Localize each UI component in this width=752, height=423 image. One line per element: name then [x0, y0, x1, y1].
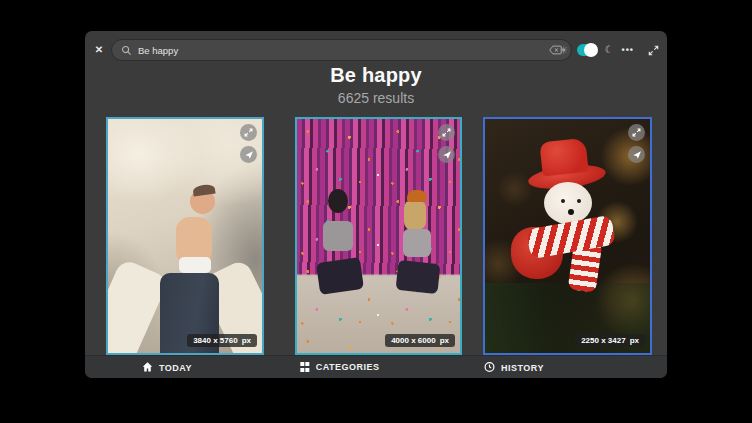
resolution-badge: 4000 x 6000 px [385, 334, 455, 347]
expand-wallpaper-button[interactable] [628, 124, 645, 141]
resolution-badge: 2250 x 3427 px [575, 334, 645, 347]
nav-label: CATEGORIES [316, 362, 380, 372]
topbar-controls: ☀ ☾ ••• [559, 39, 659, 61]
resolution-unit: px [630, 336, 639, 345]
expand-icon [442, 128, 451, 137]
resolution-unit: px [440, 336, 449, 345]
nav-tab-today[interactable]: TODAY [142, 362, 192, 373]
overflow-menu-icon[interactable]: ••• [622, 45, 634, 55]
wallpaper-card-confetti[interactable]: 4000 x 6000 px [295, 117, 462, 355]
wallpaper-app-window: ✕ ☀ ☾ ••• Be happy 6625 results [85, 31, 667, 378]
wallpaper-thumbnail [297, 119, 460, 353]
expand-wallpaper-button[interactable] [438, 124, 455, 141]
expand-wallpaper-button[interactable] [240, 124, 257, 141]
home-icon [142, 362, 153, 373]
wallpaper-thumbnail [485, 119, 650, 353]
resolution-value: 3840 x 5760 [193, 336, 238, 345]
apply-wallpaper-button[interactable] [240, 146, 257, 163]
apply-wallpaper-button[interactable] [438, 146, 455, 163]
nav-tab-history[interactable]: HISTORY [484, 362, 544, 373]
search-bar[interactable] [111, 39, 572, 61]
send-icon [244, 150, 254, 160]
send-icon [632, 150, 642, 160]
expand-icon [244, 128, 253, 137]
page-title: Be happy [85, 64, 667, 87]
expand-icon [632, 128, 641, 137]
light-theme-icon[interactable]: ☀ [559, 45, 569, 56]
resolution-value: 4000 x 6000 [391, 336, 436, 345]
theme-toggle[interactable] [577, 44, 597, 56]
nav-label: HISTORY [501, 362, 544, 372]
results-count: 6625 results [85, 90, 667, 106]
close-button[interactable]: ✕ [91, 41, 107, 57]
send-icon [442, 150, 452, 160]
toggle-knob [584, 43, 598, 57]
desktop-background: ✕ ☀ ☾ ••• Be happy 6625 results [0, 0, 752, 423]
wallpaper-card-snowman[interactable]: 2250 x 3427 px [483, 117, 652, 355]
nav-label: TODAY [159, 362, 192, 372]
wallpaper-card-baby[interactable]: 3840 x 5760 px [106, 117, 264, 355]
fullscreen-icon[interactable] [648, 45, 659, 56]
bottom-navbar: TODAY CATEGORIES HISTORY [85, 355, 667, 378]
categories-grid-icon [300, 362, 310, 372]
dark-theme-icon[interactable]: ☾ [605, 45, 614, 55]
close-icon: ✕ [95, 44, 103, 55]
resolution-unit: px [242, 336, 251, 345]
nav-tab-categories[interactable]: CATEGORIES [300, 362, 379, 372]
search-input[interactable] [138, 45, 543, 56]
wallpaper-thumbnail [108, 119, 262, 353]
apply-wallpaper-button[interactable] [628, 146, 645, 163]
resolution-value: 2250 x 3427 [581, 336, 626, 345]
search-icon [121, 45, 132, 56]
resolution-badge: 3840 x 5760 px [187, 334, 257, 347]
history-clock-icon [484, 362, 495, 373]
